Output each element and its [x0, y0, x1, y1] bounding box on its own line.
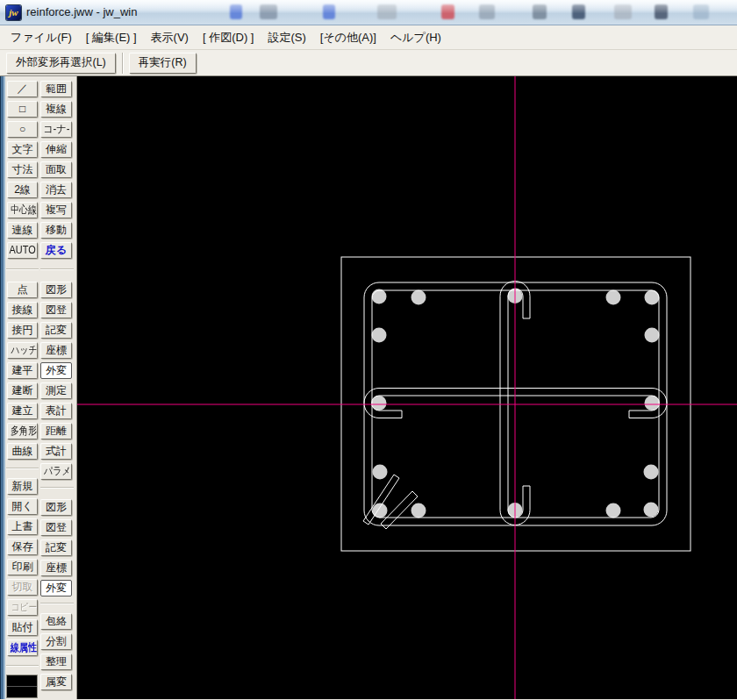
sidebar-button[interactable]: 多角形	[7, 423, 38, 439]
sidebar-button[interactable]: 開く	[7, 498, 38, 515]
sidebar-button[interactable]: 記変	[40, 322, 72, 339]
sidebar-button[interactable]: 外変	[40, 362, 72, 379]
sidebar-button[interactable]: 建平	[7, 362, 38, 379]
sidebar-button-label: 外変	[46, 581, 67, 595]
sidebar-button[interactable]: 外変	[40, 580, 72, 596]
title-bar[interactable]: jw reinforce.jww - jw_win	[0, 0, 737, 25]
rebar-circle	[644, 503, 659, 518]
sidebar-button[interactable]: 測定	[40, 382, 72, 399]
sidebar-button-label: □	[19, 102, 25, 116]
sidebar-button[interactable]: 貼付	[7, 619, 38, 636]
sidebar-button[interactable]: 図登	[40, 519, 72, 536]
sidebar-button-label: 寸法	[12, 162, 33, 176]
sidebar-button[interactable]: AUTO	[7, 242, 38, 259]
sidebar-button[interactable]: 建立	[7, 403, 38, 419]
menu-item[interactable]: ファイル(F)	[4, 26, 79, 49]
sidebar-button[interactable]: 図登	[40, 302, 72, 318]
line-attribute-indicator[interactable]	[6, 675, 38, 698]
sidebar-button-label: 座標	[46, 343, 67, 357]
toolbar-button[interactable]: 外部変形再選択(L)	[6, 53, 116, 74]
sidebar-button[interactable]: 切取	[7, 579, 38, 596]
app-window: jw reinforce.jww - jw_win ファイル(F)[ 編集(E)…	[0, 0, 737, 700]
sidebar-button[interactable]: 図形	[40, 499, 72, 516]
toolbar: 外部変形再選択(L)再実行(R)	[0, 50, 737, 76]
sidebar-button[interactable]: 文字	[7, 141, 38, 158]
toolbar-button[interactable]: 再実行(R)	[129, 53, 197, 74]
rebar-circle	[372, 328, 387, 343]
sidebar-group: 範囲複線コ-ナ-伸縮面取消去複写移動戻る	[40, 81, 72, 262]
sidebar-button[interactable]: 伸縮	[40, 141, 72, 158]
glass-reflection	[230, 4, 242, 19]
sidebar-button[interactable]: ハッチ	[7, 342, 38, 359]
sidebar-button[interactable]: 移動	[40, 222, 72, 239]
sidebar-group: 包絡分割整理属変	[40, 613, 72, 694]
sidebar-button[interactable]: 整理	[40, 654, 72, 670]
sidebar-button-label: 複写	[46, 203, 67, 217]
glass-reflection	[377, 4, 397, 19]
sidebar-button-label: 文字	[12, 142, 33, 156]
sidebar-button[interactable]: 範囲	[40, 81, 72, 97]
sidebar-button-label: コ-ナ-	[43, 122, 70, 136]
sidebar-button-label: 図登	[46, 303, 67, 317]
sidebar-button-label: 接円	[12, 323, 33, 337]
menu-item[interactable]: [その他(A)]	[313, 26, 383, 49]
sidebar-button[interactable]: ○	[7, 121, 38, 138]
sidebar-button-label: 2線	[14, 182, 31, 196]
sidebar-button-label: 移動	[46, 223, 67, 237]
sidebar-button[interactable]: 複写	[40, 202, 72, 218]
sidebar-button[interactable]: 接線	[7, 302, 38, 318]
menu-item[interactable]: [ 作図(D) ]	[196, 26, 261, 49]
cad-drawing	[77, 76, 737, 699]
sidebar-button[interactable]: 距離	[40, 423, 72, 439]
sidebar-button[interactable]: 新規	[7, 478, 38, 495]
glass-reflection	[572, 4, 585, 19]
sidebar-button[interactable]: コピー	[7, 599, 38, 616]
menu-item[interactable]: 設定(S)	[261, 26, 312, 49]
sidebar-button[interactable]: 寸法	[7, 161, 38, 178]
sidebar-button[interactable]: 面取	[40, 161, 72, 178]
sidebar-button[interactable]: 分割	[40, 633, 72, 650]
sidebar-button[interactable]: 点	[7, 282, 38, 298]
sidebar-button[interactable]: 曲線	[7, 443, 38, 460]
sidebar-button[interactable]: 線属性	[7, 639, 38, 656]
rebar-circle	[373, 465, 388, 480]
sidebar-button[interactable]: 記変	[40, 539, 72, 556]
sidebar-button[interactable]: 式計	[40, 443, 72, 460]
sidebar-button[interactable]: 連線	[7, 222, 38, 239]
sidebar-button[interactable]: 表計	[40, 403, 72, 419]
glass-reflection	[323, 4, 335, 19]
menu-item[interactable]: ヘルプ(H)	[383, 26, 448, 49]
drawing-canvas[interactable]	[77, 76, 737, 699]
sidebar-button-label: 伸縮	[46, 142, 67, 156]
menu-item[interactable]: 表示(V)	[144, 26, 196, 49]
sidebar-button[interactable]: 接円	[7, 322, 38, 339]
sidebar-group: ／□○文字寸法2線中心線連線AUTO	[7, 81, 38, 262]
sidebar-button[interactable]: □	[7, 101, 38, 118]
rebar-circle	[645, 328, 660, 343]
menu-item[interactable]: [ 編集(E) ]	[79, 26, 144, 49]
sidebar-button[interactable]: 建断	[7, 382, 38, 399]
sidebar-button[interactable]: 戻る	[40, 242, 72, 259]
sidebar-button[interactable]: ／	[7, 81, 38, 97]
sidebar-button-label: 距離	[46, 424, 67, 438]
sidebar-button-label: 分割	[46, 634, 67, 648]
sidebar-button[interactable]: 上書	[7, 518, 38, 535]
sidebar-group-divider	[40, 487, 74, 489]
sidebar-button[interactable]: 中心線	[7, 202, 38, 218]
sidebar-button-label: 多角形	[11, 424, 37, 438]
sidebar-button[interactable]: 複線	[40, 101, 72, 118]
sidebar-button-label: 記変	[46, 323, 67, 337]
sidebar-button[interactable]: 2線	[7, 182, 38, 198]
sidebar-button[interactable]: 包絡	[40, 613, 72, 630]
sidebar-button[interactable]: 保存	[7, 539, 38, 555]
sidebar-button[interactable]: 座標	[40, 560, 72, 576]
sidebar-button[interactable]: コ-ナ-	[40, 121, 72, 138]
sidebar-button[interactable]: 座標	[40, 342, 72, 359]
sidebar-button[interactable]: パラメ	[40, 463, 72, 480]
sidebar-button-label: ／	[18, 82, 28, 96]
app-icon[interactable]: jw	[6, 5, 21, 20]
sidebar-button[interactable]: 図形	[40, 282, 72, 298]
sidebar-button[interactable]: 消去	[40, 182, 72, 198]
sidebar-button[interactable]: 印刷	[7, 559, 38, 575]
sidebar-button[interactable]: 属変	[40, 674, 72, 690]
